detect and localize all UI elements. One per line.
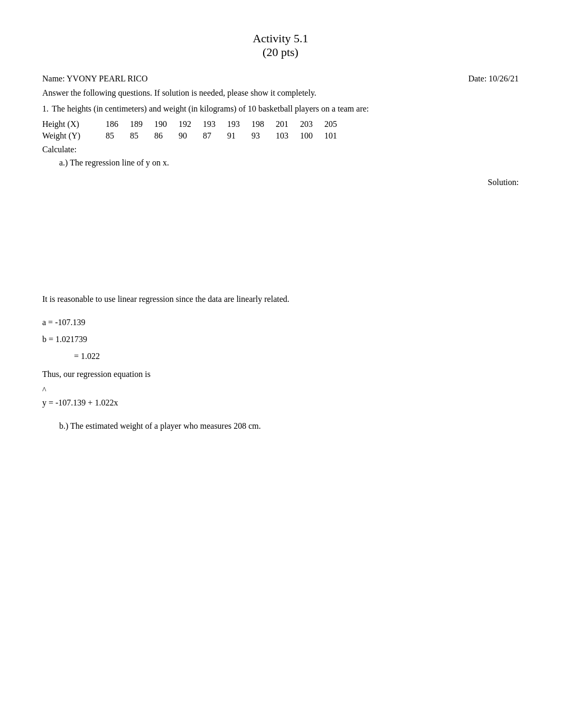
hv-3: 192 — [179, 119, 203, 129]
hv-1: 189 — [130, 119, 154, 129]
hv-2: 190 — [154, 119, 179, 129]
wv-5: 91 — [227, 131, 251, 141]
height-label: Height (X) — [42, 119, 106, 129]
weight-row: Weight (Y) 85 85 86 90 87 91 93 103 100 … — [42, 131, 519, 141]
hv-8: 203 — [300, 119, 324, 129]
sub-question-b: b.) The estimated weight of a player who… — [59, 420, 519, 432]
hv-9: 205 — [324, 119, 349, 129]
wv-3: 90 — [179, 131, 203, 141]
weight-label: Weight (Y) — [42, 131, 106, 141]
question-text: The heights (in centimeters) and weight … — [52, 103, 369, 115]
height-values: 186 189 190 192 193 193 198 201 203 205 — [106, 119, 349, 129]
header: Activity 5.1 (20 pts) — [42, 32, 519, 59]
name-label: Name: YVONY PEARL RICO — [42, 74, 148, 84]
activity-subtitle: (20 pts) — [42, 45, 519, 59]
param-b2: = 1.022 — [74, 350, 519, 363]
data-table: Height (X) 186 189 190 192 193 193 198 2… — [42, 119, 519, 141]
question-1: 1. The heights (in centimeters) and weig… — [42, 103, 519, 115]
wv-2: 86 — [154, 131, 179, 141]
hv-5: 193 — [227, 119, 251, 129]
question-number: 1. — [42, 103, 49, 115]
regression-note: It is reasonable to use linear regressio… — [42, 293, 519, 306]
wv-4: 87 — [203, 131, 227, 141]
weight-values: 85 85 86 90 87 91 93 103 100 101 — [106, 131, 349, 141]
param-a: a = -107.139 — [42, 316, 519, 329]
calculate-label: Calculate: — [42, 145, 519, 154]
hv-0: 186 — [106, 119, 130, 129]
solution-label: Solution: — [42, 178, 519, 187]
param-b: b = 1.021739 — [42, 333, 519, 346]
caret-line: ^ — [42, 384, 519, 397]
activity-title: Activity 5.1 — [42, 32, 519, 45]
equation-line: y = -107.139 + 1.022x — [42, 397, 519, 409]
height-row: Height (X) 186 189 190 192 193 193 198 2… — [42, 119, 519, 129]
thus-line: Thus, our regression equation is — [42, 368, 519, 381]
wv-8: 100 — [300, 131, 324, 141]
wv-7: 103 — [276, 131, 300, 141]
sub-question-a: a.) The regression line of y on x. — [59, 156, 519, 169]
wv-6: 93 — [251, 131, 276, 141]
wv-0: 85 — [106, 131, 130, 141]
date-label: Date: 10/26/21 — [468, 74, 519, 84]
hv-6: 198 — [251, 119, 276, 129]
hv-4: 193 — [203, 119, 227, 129]
wv-9: 101 — [324, 131, 349, 141]
hv-7: 201 — [276, 119, 300, 129]
name-date-row: Name: YVONY PEARL RICO Date: 10/26/21 — [42, 74, 519, 84]
page: Activity 5.1 (20 pts) Name: YVONY PEARL … — [0, 0, 561, 728]
wv-1: 85 — [130, 131, 154, 141]
instructions: Answer the following questions. If solut… — [42, 87, 519, 99]
